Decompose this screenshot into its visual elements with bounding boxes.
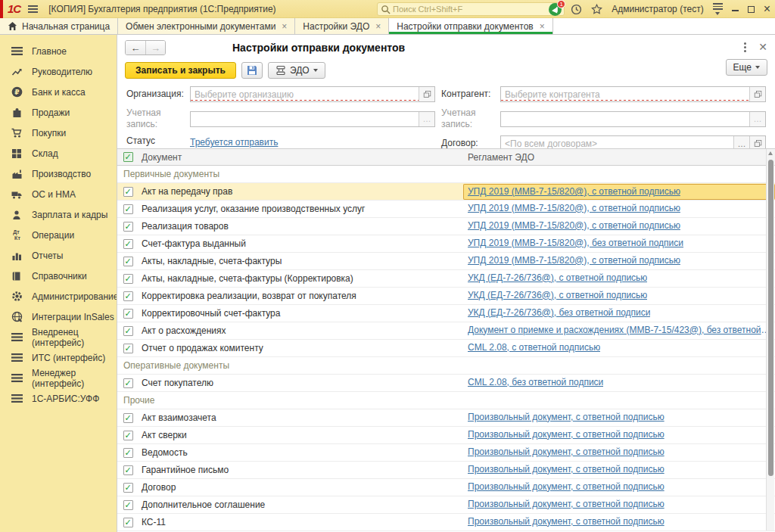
counterparty-open-icon[interactable] — [749, 87, 765, 101]
global-search[interactable] — [377, 2, 565, 16]
regulation-link[interactable]: Произвольный документ, с ответной подпис… — [468, 446, 665, 457]
row-checkbox[interactable]: ✓ — [123, 291, 133, 301]
minimize-button[interactable] — [732, 5, 739, 14]
row-checkbox[interactable]: ✓ — [123, 413, 133, 423]
row-checkbox[interactable]: ✓ — [123, 483, 133, 493]
sidebar-item-bank-cash[interactable]: ₽Банк и касса — [0, 82, 117, 102]
maximize-button[interactable] — [748, 5, 755, 14]
current-user[interactable]: Администратор (тест) — [612, 4, 703, 14]
table-row[interactable]: ✓Гарантийное письмоПроизвольный документ… — [117, 462, 775, 479]
search-input[interactable] — [393, 5, 561, 14]
tab-edo-settings[interactable]: Настройки ЭДО× — [295, 18, 389, 34]
close-tab-icon[interactable]: × — [282, 21, 287, 32]
table-row[interactable]: ✓Реализация товаровУПД 2019 (ММВ-7-15/82… — [117, 218, 775, 235]
organization-field[interactable] — [191, 87, 419, 101]
nav-back-button[interactable]: ← — [126, 41, 145, 54]
row-checkbox[interactable]: ✓ — [123, 500, 133, 510]
sidebar-item-fixed-assets[interactable]: ОС и НМА — [0, 184, 117, 204]
table-row[interactable]: ✓Акт на передачу правУПД 2019 (ММВ-7-15/… — [117, 183, 775, 201]
tab-home[interactable]: Начальная страница — [0, 18, 118, 34]
notifications-icon[interactable]: 1 — [549, 3, 562, 16]
scroll-up-icon[interactable] — [768, 151, 773, 155]
account-left-field[interactable] — [191, 112, 419, 126]
close-form-icon[interactable]: ✕ — [758, 41, 767, 53]
regulation-link[interactable]: Произвольный документ, с ответной подпис… — [468, 499, 665, 509]
tab-send-settings[interactable]: Настройки отправки документов× — [389, 18, 553, 34]
sidebar-item-purchases[interactable]: Покупки — [0, 123, 117, 143]
sidebar-item-insales[interactable]: Интеграции InSales — [0, 306, 117, 327]
sidebar-item-operations[interactable]: Дт КтОперации — [0, 225, 117, 245]
counterparty-field[interactable] — [501, 87, 749, 101]
table-group-row[interactable]: Прочие — [117, 392, 775, 409]
sidebar-item-arbis[interactable]: 1С-АРБИС:УФФ — [0, 388, 117, 409]
sidebar-item-sales[interactable]: Продажи — [0, 102, 117, 123]
row-checkbox[interactable]: ✓ — [123, 378, 133, 388]
table-row[interactable]: ✓ДоговорПроизвольный документ, с ответно… — [117, 479, 775, 496]
table-row[interactable]: ✓Акт о расхожденияхДокумент о приемке и … — [117, 322, 775, 340]
table-row[interactable]: ✓Корректировочный счет-фактураУКД (ЕД-7-… — [117, 305, 775, 322]
more-options-icon[interactable] — [744, 42, 746, 52]
sidebar-item-its-ui[interactable]: ИТС (интерфейс) — [0, 347, 117, 368]
edo-menu-button[interactable]: ЭДО — [268, 62, 325, 79]
row-checkbox[interactable]: ✓ — [123, 344, 133, 353]
tab-edo-exchange[interactable]: Обмен электронными документами× — [118, 18, 295, 34]
row-checkbox[interactable]: ✓ — [123, 239, 133, 249]
service-menu-icon[interactable] — [713, 3, 723, 15]
row-checkbox[interactable]: ✓ — [123, 187, 133, 197]
close-tab-icon[interactable]: × — [540, 21, 545, 32]
nav-forward-button[interactable]: → — [145, 41, 165, 54]
regulation-link[interactable]: УПД 2019 (ММВ-7-15/820@), с ответной под… — [468, 203, 680, 213]
row-checkbox[interactable]: ✓ — [123, 274, 133, 284]
sidebar-item-implementer-ui[interactable]: Внедренец (интерфейс) — [0, 327, 117, 347]
table-row[interactable]: ✓Реализация услуг, оказание производстве… — [117, 201, 775, 218]
table-row[interactable]: ✓Акт взаимозачетаПроизвольный документ, … — [117, 409, 775, 427]
table-row[interactable]: ✓КС-11Произвольный документ, с ответной … — [117, 514, 775, 531]
table-row[interactable]: ✓Акты, накладные, счета-фактурыУПД 2019 … — [117, 253, 775, 270]
favorites-star-icon[interactable] — [591, 4, 602, 15]
row-checkbox[interactable]: ✓ — [123, 518, 133, 527]
regulation-link[interactable]: Документ о приемке и расхождениях (ММВ-7… — [468, 325, 770, 335]
regulation-link[interactable]: УПД 2019 (ММВ-7-15/820@), с ответной под… — [468, 255, 680, 266]
save-and-close-button[interactable]: Записать и закрыть — [125, 62, 236, 79]
save-button[interactable] — [241, 62, 263, 79]
table-group-row[interactable]: Первичные документы — [117, 166, 775, 183]
row-checkbox[interactable]: ✓ — [123, 448, 133, 458]
scrollbar-thumb[interactable] — [768, 160, 773, 476]
table-row[interactable]: ✓Дополнительное соглашениеПроизвольный д… — [117, 496, 775, 514]
table-scrollbar[interactable] — [766, 149, 774, 530]
close-window-button[interactable]: × — [764, 3, 770, 15]
regulation-link[interactable]: УПД 2019 (ММВ-7-15/820@), без ответной п… — [468, 238, 683, 248]
table-row[interactable]: ✓Акты, накладные, счета-фактуры (Коррект… — [117, 270, 775, 288]
regulation-link[interactable]: Произвольный документ, с ответной подпис… — [468, 481, 665, 492]
select-all-checkbox[interactable]: ✓ — [123, 152, 133, 162]
row-checkbox[interactable]: ✓ — [123, 204, 133, 214]
sidebar-item-main[interactable]: Главное — [0, 41, 117, 61]
more-button[interactable]: Еще — [726, 59, 767, 76]
main-menu-icon[interactable] — [28, 5, 38, 13]
table-row[interactable]: ✓Счет покупателюCML 2.08, без ответной п… — [117, 375, 775, 392]
account-left-select-button[interactable]: … — [419, 112, 434, 126]
table-row[interactable]: ✓Акт сверкиПроизвольный документ, с отве… — [117, 427, 775, 444]
sidebar-item-administration[interactable]: Администрирование — [0, 286, 117, 306]
sidebar-item-manager-ui[interactable]: Менеджер (интерфейс) — [0, 368, 117, 388]
sidebar-item-reports[interactable]: Отчеты — [0, 245, 117, 266]
table-row[interactable]: ✓Корректировка реализации, возврат от по… — [117, 288, 775, 305]
table-group-row[interactable]: Оперативные документы — [117, 357, 775, 375]
sidebar-item-warehouse[interactable]: Склад — [0, 143, 117, 163]
invitation-status-link[interactable]: Требуется отправить — [190, 137, 278, 148]
row-checkbox[interactable]: ✓ — [123, 431, 133, 440]
row-checkbox[interactable]: ✓ — [123, 222, 133, 232]
sidebar-item-directories[interactable]: Справочники — [0, 266, 117, 286]
sidebar-item-manager[interactable]: Руководителю — [0, 61, 117, 82]
regulation-link[interactable]: УПД 2019 (ММВ-7-15/820@), с ответной под… — [468, 220, 680, 231]
row-checkbox[interactable]: ✓ — [123, 326, 133, 336]
regulation-link[interactable]: CML 2.08, с ответной подписью — [468, 342, 600, 353]
account-right-select-button[interactable]: … — [749, 112, 765, 126]
regulation-link[interactable]: УКД (ЕД-7-26/736@), с ответной подписью — [468, 272, 647, 283]
regulation-link[interactable]: Произвольный документ, с ответной подпис… — [468, 516, 665, 527]
close-tab-icon[interactable]: × — [375, 21, 381, 32]
table-row[interactable]: ✓Счет-фактура выданныйУПД 2019 (ММВ-7-15… — [117, 235, 775, 253]
table-row[interactable]: ✓Отчет о продажах комитентуCML 2.08, с о… — [117, 340, 775, 357]
regulation-link[interactable]: Произвольный документ, с ответной подпис… — [468, 412, 665, 422]
sidebar-item-salary-hr[interactable]: Зарплата и кадры — [0, 204, 117, 225]
